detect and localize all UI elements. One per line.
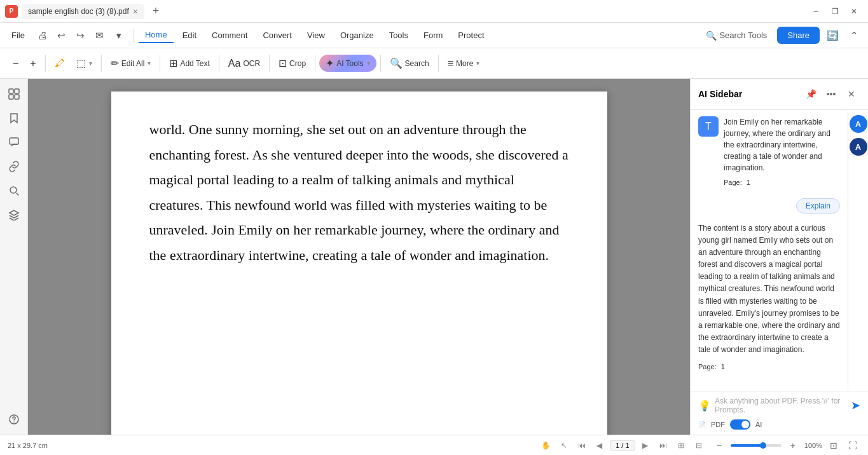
minimize-button[interactable]: – — [807, 3, 825, 20]
search-icon: 🔍 — [390, 57, 403, 69]
ocr-button[interactable]: Aa OCR — [223, 55, 265, 72]
toolbar: − + 🖍 ⬚ ▾ ✏ Edit All ▾ ⊞ Add Text Aa OCR… — [0, 48, 868, 79]
menu-edit[interactable]: Edit — [176, 28, 203, 43]
new-tab-button[interactable]: + — [147, 3, 165, 20]
menu-right: 🔍 Search Tools Share 🔄 ⌃ — [699, 27, 863, 44]
search-tools-button[interactable]: 🔍 Search Tools — [699, 28, 773, 43]
pdf-icon: 📄 — [698, 421, 706, 428]
close-button[interactable]: ✕ — [845, 3, 863, 20]
search-tools-label: Search Tools — [719, 31, 767, 40]
highlight-icon: 🖍 — [55, 58, 65, 69]
menu-organize[interactable]: Organize — [334, 28, 380, 43]
ai-intro-text: Join Emily on her remarkable journey, wh… — [724, 116, 840, 173]
zoom-slider[interactable] — [731, 444, 782, 447]
selection-button[interactable]: ⬚ ▾ — [71, 54, 97, 72]
edit-all-button[interactable]: ✏ Edit All ▾ — [106, 54, 156, 72]
print-icon[interactable]: 🖨 — [34, 27, 52, 44]
ai-pin-button[interactable]: 📌 — [802, 85, 820, 103]
menu-protect[interactable]: Protect — [451, 28, 490, 43]
toggle-ai-label: AI — [755, 421, 762, 428]
next-page-button[interactable]: ▶ — [638, 438, 653, 453]
layout-button[interactable]: ⊟ — [691, 438, 706, 453]
fit-page-button[interactable]: ⊡ — [826, 438, 841, 453]
zoom-in-button[interactable]: + — [25, 55, 41, 72]
more-button[interactable]: ≡ More ▾ — [443, 55, 485, 72]
ai-send-button[interactable]: ➤ — [851, 398, 860, 412]
pdf-toggle[interactable] — [730, 419, 750, 430]
left-sidebar — [0, 79, 28, 435]
ai-tools-label: AI Tools — [336, 59, 363, 68]
sync-icon[interactable]: 🔄 — [823, 27, 841, 44]
layers-icon[interactable] — [4, 205, 24, 225]
translate-icon: T — [698, 116, 719, 137]
zoom-out-button[interactable]: − — [8, 55, 24, 72]
ai-avatar-column: A A — [848, 110, 868, 391]
dropdown-icon[interactable]: ▾ — [110, 27, 128, 44]
help-icon[interactable] — [4, 409, 24, 430]
avatar-a2[interactable]: A — [850, 138, 867, 156]
bookmark-icon[interactable] — [4, 108, 24, 128]
status-bar: 21 x 29.7 cm ✋ ↖ ⏮ ◀ 1 / 1 ▶ ⏭ ⊞ ⊟ − + 1… — [0, 435, 868, 455]
last-page-button[interactable]: ⏭ — [656, 438, 671, 453]
ocr-label: OCR — [243, 59, 260, 68]
menu-home[interactable]: Home — [139, 27, 174, 43]
svg-rect-4 — [10, 138, 18, 144]
ai-page-2-label: Page: 1 — [698, 362, 840, 372]
more-dropdown-arrow: ▾ — [476, 60, 479, 67]
menu-comment[interactable]: Comment — [205, 28, 254, 43]
pdf-page: world. One sunny morning, she set out on… — [111, 92, 607, 435]
hand-tool-button[interactable]: ✋ — [539, 438, 554, 453]
pdf-viewer[interactable]: world. One sunny morning, she set out on… — [28, 79, 690, 435]
status-dimensions: 21 x 29.7 cm — [8, 442, 534, 449]
email-icon[interactable]: ✉ — [91, 27, 109, 44]
page-view-button[interactable]: ⊞ — [673, 438, 689, 453]
menu-tools[interactable]: Tools — [383, 28, 415, 43]
restore-button[interactable]: ❐ — [826, 3, 844, 20]
zoom-out-status-button[interactable]: − — [712, 438, 727, 453]
search-sidebar-icon[interactable] — [4, 180, 24, 201]
menu-convert[interactable]: Convert — [256, 28, 298, 43]
menu-view[interactable]: View — [301, 28, 331, 43]
ai-chat-input[interactable]: 💡 Ask anything about PDF. Press '#' for … — [698, 397, 860, 414]
add-text-button[interactable]: ⊞ Add Text — [164, 54, 214, 72]
redo-icon[interactable]: ↪ — [72, 27, 90, 44]
share-button[interactable]: Share — [777, 27, 820, 44]
first-page-button[interactable]: ⏮ — [574, 438, 589, 453]
main-layout: world. One sunny morning, she set out on… — [0, 79, 868, 435]
link-icon[interactable] — [4, 156, 24, 177]
ai-explanation-text: The content is a story about a curious y… — [698, 222, 840, 357]
status-center: ✋ ↖ ⏮ ◀ 1 / 1 ▶ ⏭ ⊞ ⊟ — [539, 438, 706, 453]
highlight-button[interactable]: 🖍 — [50, 55, 70, 72]
ai-toggles: 📄 PDF AI — [698, 419, 860, 430]
ai-header-icons: 📌 ••• ✕ — [802, 85, 860, 103]
crop-button[interactable]: ⊡ Crop — [273, 54, 311, 72]
expand-icon[interactable]: ⌃ — [845, 27, 863, 44]
ai-sidebar-title: AI Sidebar — [698, 89, 797, 99]
toolbar-separator-2 — [101, 55, 102, 72]
zoom-value: 100% — [804, 442, 822, 449]
menu-form[interactable]: Form — [417, 28, 449, 43]
comment-icon[interactable] — [4, 132, 24, 153]
undo-icon[interactable]: ↩ — [53, 27, 71, 44]
window-controls: – ❐ ✕ — [807, 3, 863, 20]
ai-intro-content: Join Emily on her remarkable journey, wh… — [724, 116, 840, 188]
thumbnail-icon[interactable] — [4, 84, 24, 104]
more-icon: ≡ — [448, 58, 453, 69]
select-tool-button[interactable]: ↖ — [556, 438, 572, 453]
prev-page-button[interactable]: ◀ — [592, 438, 607, 453]
ai-input-placeholder: Ask anything about PDF. Press '#' for Pr… — [715, 397, 847, 414]
tab[interactable]: sample english doc (3) (8).pdf × — [22, 4, 144, 19]
tab-close-button[interactable]: × — [133, 6, 138, 17]
fullscreen-button[interactable]: ⛶ — [845, 438, 860, 453]
search-button[interactable]: 🔍 Search — [385, 54, 434, 72]
ai-close-button[interactable]: ✕ — [843, 85, 860, 103]
explain-button[interactable]: Explain — [796, 198, 840, 214]
ai-more-button[interactable]: ••• — [822, 85, 840, 103]
svg-rect-2 — [9, 95, 13, 99]
tab-title: sample english doc (3) (8).pdf — [28, 7, 129, 16]
ai-tools-button[interactable]: ✦ AI Tools ▾ — [319, 55, 376, 72]
page-input[interactable]: 1 / 1 — [610, 440, 635, 451]
avatar-a[interactable]: A — [850, 115, 867, 133]
menu-file[interactable]: File — [5, 28, 31, 43]
zoom-in-status-button[interactable]: + — [785, 438, 801, 453]
